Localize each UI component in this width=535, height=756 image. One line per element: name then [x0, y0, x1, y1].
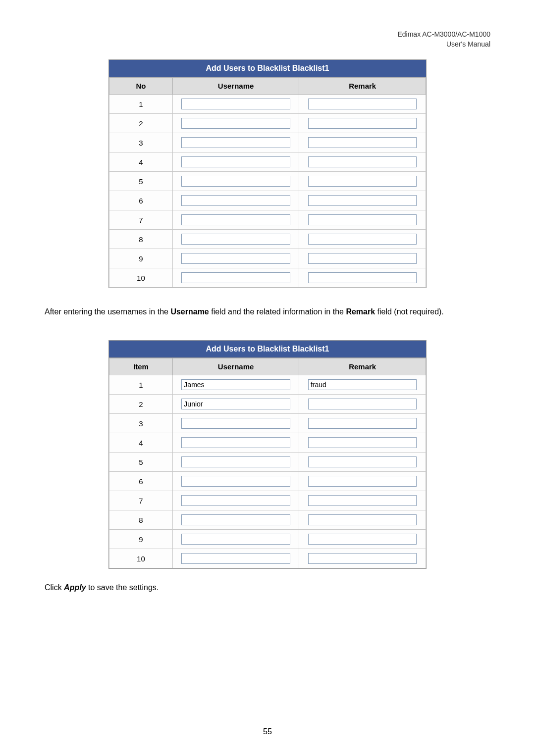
remark-input[interactable] [308, 214, 417, 225]
remark-input[interactable] [308, 514, 417, 525]
username-cell [172, 268, 299, 288]
remark-input[interactable] [308, 437, 417, 448]
row-number: 5 [109, 453, 173, 472]
remark-cell [299, 172, 426, 191]
remark-input[interactable] [308, 253, 417, 264]
remark-input[interactable] [308, 476, 417, 487]
remark-cell [299, 249, 426, 268]
col-username: Username [172, 358, 299, 375]
row-number: 4 [109, 152, 173, 172]
username-cell [172, 133, 299, 152]
table-row: 5 [109, 453, 426, 472]
username-cell [172, 395, 299, 414]
table-row: 2 [109, 114, 426, 133]
username-cell [172, 549, 299, 568]
remark-input[interactable] [308, 234, 417, 245]
username-input[interactable] [181, 399, 290, 409]
table-row: 10 [109, 549, 426, 568]
page-number: 55 [0, 727, 535, 736]
table-row: 7 [109, 210, 426, 230]
table-row: 4 [109, 152, 426, 172]
remark-input[interactable] [308, 495, 417, 506]
doc-header: Edimax AC-M3000/AC-M1000 User's Manual [397, 30, 490, 49]
remark-cell [299, 491, 426, 510]
remark-cell [299, 433, 426, 453]
blacklist-table-2: Item Username Remark 12345678910 [109, 358, 426, 568]
username-input[interactable] [181, 214, 290, 225]
username-input[interactable] [181, 514, 290, 525]
username-input[interactable] [181, 99, 290, 109]
username-input[interactable] [181, 253, 290, 264]
username-cell [172, 510, 299, 530]
table-row: 3 [109, 133, 426, 152]
blacklist-table-1: No Username Remark 12345678910 [109, 77, 426, 288]
remark-input[interactable] [308, 118, 417, 129]
table-row: 3 [109, 414, 426, 433]
row-number: 2 [109, 114, 173, 133]
table1-title: Add Users to Blacklist Blacklist1 [109, 60, 426, 77]
username-input[interactable] [181, 456, 290, 467]
username-input[interactable] [181, 137, 290, 148]
username-cell [172, 95, 299, 114]
username-input[interactable] [181, 476, 290, 487]
username-input[interactable] [181, 272, 290, 283]
row-number: 7 [109, 491, 173, 510]
username-input[interactable] [181, 118, 290, 129]
remark-cell [299, 152, 426, 172]
row-number: 2 [109, 395, 173, 414]
username-cell [172, 172, 299, 191]
remark-input[interactable] [308, 195, 417, 206]
username-input[interactable] [181, 553, 290, 564]
remark-input[interactable] [308, 418, 417, 429]
username-input[interactable] [181, 418, 290, 429]
row-number: 8 [109, 230, 173, 249]
remark-cell [299, 95, 426, 114]
username-input[interactable] [181, 195, 290, 206]
remark-cell [299, 549, 426, 568]
row-number: 10 [109, 268, 173, 288]
remark-input[interactable] [308, 137, 417, 148]
remark-input[interactable] [308, 456, 417, 467]
username-input[interactable] [181, 156, 290, 167]
table-row: 5 [109, 172, 426, 191]
row-number: 1 [109, 95, 173, 114]
paragraph-1: After entering the usernames in the User… [45, 303, 490, 320]
table-row: 4 [109, 433, 426, 453]
remark-input[interactable] [308, 553, 417, 564]
table-row: 10 [109, 268, 426, 288]
remark-input[interactable] [308, 99, 417, 109]
username-cell [172, 530, 299, 549]
username-input[interactable] [181, 534, 290, 545]
remark-input[interactable] [308, 534, 417, 545]
remark-cell [299, 472, 426, 491]
col-item: Item [109, 358, 173, 375]
remark-cell [299, 375, 426, 395]
remark-input[interactable] [308, 379, 417, 390]
remark-input[interactable] [308, 156, 417, 167]
remark-input[interactable] [308, 399, 417, 409]
row-number: 6 [109, 191, 173, 210]
row-number: 5 [109, 172, 173, 191]
username-cell [172, 210, 299, 230]
product-name: Edimax AC-M3000/AC-M1000 [397, 30, 490, 40]
username-cell [172, 375, 299, 395]
username-input[interactable] [181, 234, 290, 245]
remark-cell [299, 268, 426, 288]
table-row: 1 [109, 375, 426, 395]
username-input[interactable] [181, 176, 290, 187]
remark-input[interactable] [308, 176, 417, 187]
username-input[interactable] [181, 379, 290, 390]
remark-cell [299, 395, 426, 414]
username-input[interactable] [181, 495, 290, 506]
username-cell [172, 230, 299, 249]
table-row: 9 [109, 249, 426, 268]
row-number: 9 [109, 530, 173, 549]
username-cell [172, 472, 299, 491]
remark-cell [299, 210, 426, 230]
table2-title: Add Users to Blacklist Blacklist1 [109, 341, 426, 358]
row-number: 7 [109, 210, 173, 230]
remark-input[interactable] [308, 272, 417, 283]
username-input[interactable] [181, 437, 290, 448]
remark-cell [299, 453, 426, 472]
table-row: 6 [109, 191, 426, 210]
